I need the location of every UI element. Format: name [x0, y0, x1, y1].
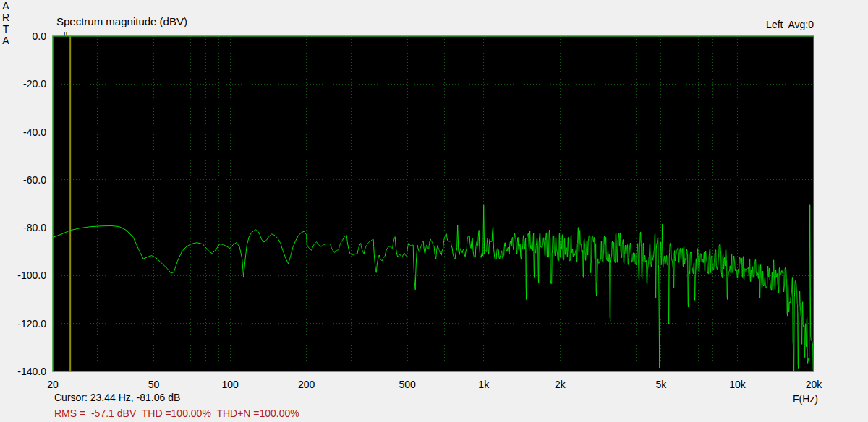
x-tick-label: 200 [298, 379, 315, 390]
x-axis-labels: 20501002005001k2k5k10k20k [47, 379, 822, 390]
x-tick-label: 20 [47, 379, 59, 390]
x-tick-label: 2k [555, 379, 566, 390]
spectrum-plot[interactable]: 20501002005001k2k5k10k20kF(Hz)0.0-20.0-4… [0, 0, 868, 422]
y-tick-label: -140.0 [17, 366, 46, 377]
y-tick-label: -80.0 [23, 222, 46, 233]
arta-spectrum-window: 20501002005001k2k5k10k20kF(Hz)0.0-20.0-4… [0, 0, 868, 422]
cursor-readout: Cursor: 23.44 Hz, -81.06 dB [54, 392, 180, 403]
x-tick-label: 500 [399, 379, 417, 390]
y-tick-label: -40.0 [23, 126, 46, 138]
y-tick-label: -20.0 [23, 78, 46, 90]
x-axis-title: F(Hz) [793, 393, 818, 405]
x-tick-label: 50 [148, 379, 160, 390]
x-tick-label: 20k [806, 379, 823, 390]
y-axis-labels: 0.0-20.0-40.0-60.0-80.0-100.0-120.0-140.… [17, 30, 46, 377]
y-tick-label: -100.0 [17, 270, 46, 281]
x-tick-label: 100 [221, 379, 239, 390]
plot-background[interactable] [53, 36, 814, 371]
x-tick-label: 10k [729, 379, 746, 390]
y-tick-label: 0.0 [33, 30, 47, 42]
x-tick-label: 5k [655, 379, 667, 390]
channel-avg-label: Left Avg:0 [766, 19, 814, 30]
page-title: Spectrum magnitude (dBV) [56, 15, 187, 27]
y-tick-label: -120.0 [17, 318, 46, 330]
cursor-handle[interactable] [64, 32, 68, 36]
rms-thd-readout: RMS = -57.1 dBV THD =100.00% THD+N =100.… [54, 408, 299, 419]
x-tick-label: 1k [478, 379, 490, 390]
y-tick-label: -60.0 [23, 174, 46, 186]
